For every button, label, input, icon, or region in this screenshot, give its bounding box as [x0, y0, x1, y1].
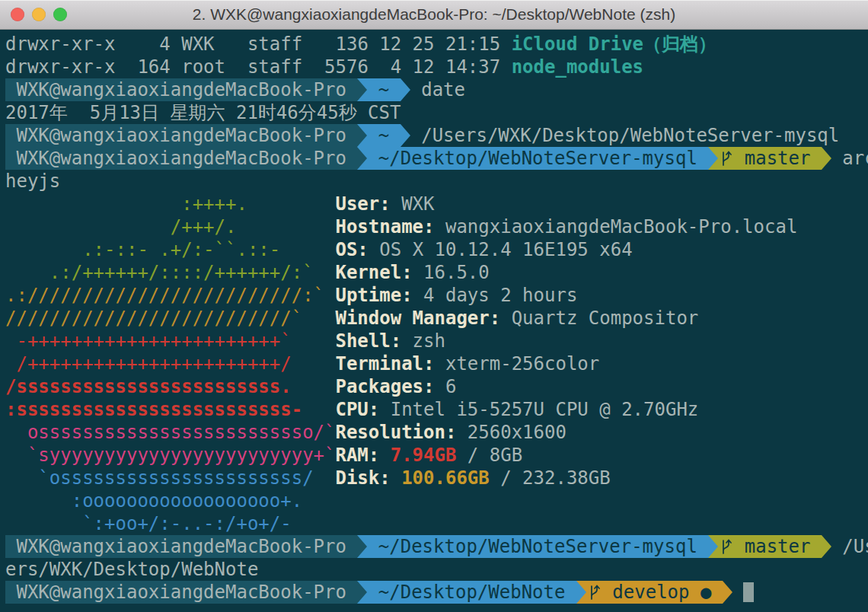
- command-text: /Us: [831, 536, 868, 557]
- powerline-separator-icon: [400, 78, 410, 101]
- info-value: xterm-256color: [435, 353, 600, 375]
- prompt-git-segment: master: [718, 147, 822, 170]
- text-span: [391, 467, 401, 489]
- prompt-dir-segment: ~/Desktop/WebNoteServer-mysql: [367, 147, 708, 170]
- ascii-art: :oooooooooooooooooo+.: [5, 489, 335, 512]
- powerline-separator-icon: [400, 124, 410, 147]
- archey-art-info-row: .://///////////////////////:`Uptime: 4 d…: [5, 284, 868, 307]
- prompt-row: WXK@wangxiaoxiangdeMacBook-Pro ~/Desktop…: [5, 581, 868, 604]
- ram-used-value: 7.94GB: [391, 445, 457, 466]
- archey-art-info-row: :++++.User: WXK: [5, 193, 868, 215]
- text-span: [379, 445, 390, 466]
- directory-name: iCloud Drive（归档）: [512, 33, 716, 55]
- archey-art-info-row: /ssssssssssssssssssssssss.Packages: 6: [5, 375, 868, 398]
- archey-art-info-row: `:+oo+/:-..-:/+o+/-: [5, 512, 868, 535]
- info-value: 16.5.0: [413, 262, 490, 283]
- info-label: Window Manager:: [335, 308, 500, 329]
- wrapped-command-row: ers/WXK/Desktop/WebNote: [5, 558, 868, 581]
- terminal-cursor: [743, 582, 754, 602]
- ascii-art: `ossssssssssssssssssssss/: [5, 467, 335, 489]
- archey-art-info-row: /+++++++++++++++++++++++/Terminal: xterm…: [5, 352, 868, 375]
- archey-art-info-row: :oooooooooooooooooo+.: [5, 489, 868, 512]
- info-label: Kernel:: [335, 262, 412, 283]
- archey-art-info-row: :sssssssssssssssssssssssss-CPU: Intel i5…: [5, 398, 868, 421]
- terminal-screen[interactable]: drwxr-xr-x 4 WXK staff 136 12 25 21:15 i…: [0, 30, 868, 612]
- info-value: / 8GB: [456, 445, 522, 466]
- ascii-art: -+++++++++++++++++++++++`: [5, 330, 335, 352]
- text-span: [732, 582, 743, 603]
- command-text: ers/WXK/Desktop/WebNote: [5, 559, 258, 580]
- traffic-lights: [11, 8, 67, 21]
- directory-name: node_modules: [512, 56, 643, 78]
- info-label: Uptime:: [335, 285, 412, 306]
- prompt-dir-segment: ~/Desktop/WebNoteServer-mysql: [367, 535, 708, 558]
- info-value: 6: [435, 376, 457, 397]
- window-titlebar[interactable]: 2. WXK@wangxiaoxiangdeMacBook-Pro: ~/Des…: [0, 0, 868, 30]
- command-text: arc: [831, 148, 868, 169]
- info-value: Intel i5-5257U CPU @ 2.70GHz: [379, 399, 698, 420]
- ascii-art: /+++/.: [5, 215, 335, 238]
- git-branch-icon: [720, 537, 732, 556]
- ascii-art: `:+oo+/:-..-:/+o+/-: [5, 512, 335, 535]
- window-title: 2. WXK@wangxiaoxiangdeMacBook-Pro: ~/Des…: [0, 0, 868, 29]
- powerline-separator-icon: [357, 78, 367, 101]
- ascii-art: .:-::- .+/:-``.::-: [5, 238, 335, 261]
- info-label: Packages:: [335, 376, 434, 397]
- ascii-art: :sssssssssssssssssssssssss-: [5, 398, 335, 421]
- powerline-separator-icon: [357, 124, 367, 147]
- powerline-separator-icon: [708, 535, 718, 558]
- powerline-separator-icon: [822, 147, 831, 170]
- prompt-git-segment: master: [718, 535, 822, 558]
- ascii-art: //////////////////////////`: [5, 307, 335, 330]
- archey-art-info-row: .:-::- .+/:-``.::-OS: OS X 10.12.4 16E19…: [5, 238, 868, 261]
- command-text: heyjs: [5, 171, 60, 192]
- prompt-dir-segment: ~/Desktop/WebNote: [367, 581, 576, 604]
- prompt-user-segment: WXK@wangxiaoxiangdeMacBook-Pro: [5, 78, 357, 101]
- minimize-button[interactable]: [32, 8, 46, 21]
- info-label: OS:: [335, 239, 368, 260]
- info-label: Terminal:: [335, 353, 434, 375]
- prompt-user-segment: WXK@wangxiaoxiangdeMacBook-Pro: [5, 535, 357, 558]
- command-text: date: [410, 79, 465, 100]
- ascii-art: `syyyyyyyyyyyyyyyyyyyyyyyy+`: [5, 444, 335, 467]
- prompt-user-segment: WXK@wangxiaoxiangdeMacBook-Pro: [5, 147, 357, 170]
- disk-used-value: 100.66GB: [401, 467, 490, 489]
- archey-art-info-row: osssssssssssssssssssssssso/`Resolution: …: [5, 421, 868, 444]
- archey-art-info-row: -+++++++++++++++++++++++`Shell: zsh: [5, 330, 868, 352]
- zoom-button[interactable]: [53, 8, 67, 21]
- info-label: Resolution:: [335, 422, 456, 443]
- ls-output-row: drwxr-xr-x 164 root staff 5576 4 12 14:3…: [5, 56, 868, 78]
- text-span: 2017年 5月13日 星期六 21时46分45秒 CST: [5, 102, 400, 123]
- archey-art-info-row: .:/++++++/::::/++++++/:`Kernel: 16.5.0: [5, 261, 868, 284]
- prompt-row: WXK@wangxiaoxiangdeMacBook-Pro ~ date: [5, 78, 868, 101]
- powerline-separator-icon: [822, 535, 831, 558]
- info-label: User:: [335, 193, 390, 215]
- powerline-separator-icon: [357, 147, 367, 170]
- info-value: Quartz Compositor: [500, 308, 698, 329]
- wrapped-command-row: heyjs: [5, 170, 868, 193]
- command-text: /Users/WXK/Desktop/WebNoteServer-mysql: [410, 125, 840, 146]
- archey-art-info-row: `ossssssssssssssssssssss/Disk: 100.66GB …: [5, 467, 868, 489]
- archey-art-info-row: //////////////////////////`Window Manage…: [5, 307, 868, 330]
- text-span: drwxr-xr-x 4 WXK staff 136 12 25 21:15: [5, 33, 512, 55]
- powerline-separator-icon: [723, 581, 732, 604]
- text-span: drwxr-xr-x 164 root staff 5576 4 12 14:3…: [5, 56, 512, 78]
- info-label: CPU:: [335, 399, 379, 420]
- prompt-row: WXK@wangxiaoxiangdeMacBook-Pro ~/Desktop…: [5, 147, 868, 170]
- info-label: Shell:: [335, 330, 401, 352]
- info-value: WXK: [391, 193, 435, 215]
- powerline-separator-icon: [708, 147, 718, 170]
- powerline-separator-icon: [357, 535, 367, 558]
- info-label: RAM:: [335, 445, 379, 466]
- git-branch-icon: [720, 149, 732, 167]
- info-label: Disk:: [335, 467, 390, 489]
- ascii-art: .:/++++++/::::/++++++/:`: [5, 261, 335, 284]
- info-value: zsh: [401, 330, 445, 352]
- info-value: 4 days 2 hours: [413, 285, 578, 306]
- info-value: / 232.38GB: [490, 467, 611, 489]
- ascii-art: osssssssssssssssssssssssso/`: [5, 421, 335, 444]
- close-button[interactable]: [11, 8, 24, 21]
- prompt-row: WXK@wangxiaoxiangdeMacBook-Pro ~/Desktop…: [5, 535, 868, 558]
- ascii-art: /+++++++++++++++++++++++/: [5, 352, 335, 375]
- info-value: wangxiaoxiangdeMacBook-Pro.local: [435, 216, 798, 237]
